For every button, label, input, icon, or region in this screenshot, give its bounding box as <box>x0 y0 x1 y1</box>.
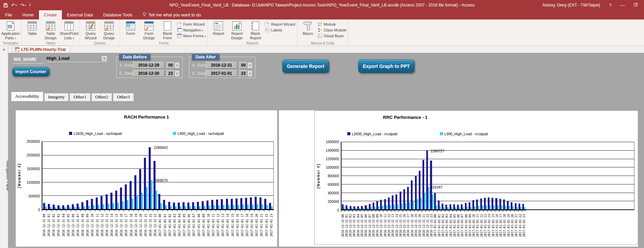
ribbon-tab-external-data[interactable]: External Data <box>62 10 98 19</box>
tell-me-box[interactable]: Tell me what you want to do <box>138 10 206 19</box>
date-before-end-field[interactable]: 2016-12-30 <box>133 70 164 77</box>
subtab-integrety[interactable]: Integrety <box>44 93 69 101</box>
bar-group <box>71 141 76 209</box>
chart-legend: L2600_High_Load - rrcstpattL900_High_Loa… <box>315 131 638 136</box>
ribbon-button-table[interactable]: Table <box>23 20 41 36</box>
ribbon-button-navigation[interactable]: Navigation ▾ <box>177 28 206 32</box>
date-after-group: Date After S_Date 2016-12-31 00 ▾ E_Date… <box>189 57 255 78</box>
navigation-pane-collapsed[interactable]: » Navigation Pane <box>0 46 8 248</box>
date-before-end-hour-combobox[interactable]: 23 ▾ <box>166 70 180 77</box>
subtab-other1[interactable]: Other1 <box>69 93 91 101</box>
undo-icon[interactable]: ↶▾ <box>11 3 17 8</box>
date-after-start-field[interactable]: 2016-12-31 <box>206 62 237 69</box>
bar-group <box>422 142 426 209</box>
ribbon-button-blank-report[interactable]: Blank Report <box>246 20 264 40</box>
bar-group <box>522 142 526 209</box>
date-before-start-hour-combobox[interactable]: 00 ▾ <box>166 62 180 69</box>
ribbon-button-application-parts[interactable]: Application Parts ▾ <box>2 20 19 40</box>
bar-group <box>349 142 353 209</box>
ribbon-button-query-design[interactable]: Query Design <box>100 20 118 40</box>
ribbon-group-queries: Query WizardQuery DesignQueries <box>80 19 120 45</box>
ribbon-button-form-wizard[interactable]: Form Wizard <box>177 22 206 27</box>
chevron-down-icon[interactable]: ▾ <box>175 62 180 69</box>
ribbon-tab-home[interactable]: Home <box>17 10 39 19</box>
bar-group <box>100 141 105 209</box>
ribbon-button-more-forms[interactable]: More Forms ▾ <box>177 33 206 38</box>
y-axis-ticks: 05000001000000150000020000002500000 <box>23 141 42 210</box>
redo-icon[interactable]: ↷▾ <box>20 3 26 8</box>
ribbon-button-macro[interactable]: Macro <box>299 20 317 36</box>
bar-group <box>269 141 273 209</box>
bar-group <box>259 141 264 209</box>
bar-group <box>403 142 407 209</box>
chevron-down-icon[interactable]: ▾ <box>101 55 107 61</box>
subtab-accessibility[interactable]: Accessibility <box>11 92 43 101</box>
ribbon-button-blank-form[interactable]: Blank Form <box>159 20 176 40</box>
legend-swatch <box>69 132 72 135</box>
ribbon-button-module[interactable]: Module <box>318 22 347 27</box>
bar-group <box>391 142 395 209</box>
generate-report-button[interactable]: Generate Report <box>282 59 329 73</box>
access-window: ↶▾ ↷▾ ▾ NPO_YearEvent_Final_Ver8_LB : Da… <box>0 0 644 248</box>
ws-name-combobox[interactable]: High_Load ▾ <box>46 55 107 62</box>
bar-group <box>225 141 230 209</box>
date-before-start-field[interactable]: 2016-12-29 <box>133 62 164 69</box>
bar-group <box>163 141 167 209</box>
bar-group <box>153 141 158 209</box>
chevron-down-icon[interactable]: ▾ <box>175 70 180 77</box>
date-after-end-hour-combobox[interactable]: 23 ▾ <box>239 70 253 77</box>
import-counter-button[interactable]: Import Counter <box>12 67 49 76</box>
bar-group <box>81 141 86 209</box>
chevron-down-icon[interactable]: ▾ <box>247 70 253 77</box>
ribbon-button-class-module[interactable]: Class Module <box>318 28 347 32</box>
qat-customize-icon[interactable]: ▾ <box>29 3 31 7</box>
restore-icon[interactable] <box>634 3 638 8</box>
bar-group <box>244 141 249 209</box>
legend-swatch <box>440 132 443 135</box>
save-icon[interactable] <box>3 3 8 8</box>
ribbon-button-sharepoint-lists[interactable]: SharePoint Lists ▾ <box>60 20 78 40</box>
bar-group <box>457 142 460 209</box>
bar-group <box>216 141 220 209</box>
ribbon-button-visual-basic[interactable]: Visual Basic <box>318 33 347 38</box>
document-tab[interactable]: LTE-PLMN-Hourly-Trial <box>12 46 70 53</box>
ribbon-button-report[interactable]: Report <box>210 20 227 36</box>
ribbon-button-query-wizard[interactable]: Query Wizard <box>82 20 99 40</box>
plot-area: 1390727531047 <box>341 142 634 210</box>
export-graph-to-ppt-button[interactable]: Export Graph to PPT <box>358 59 414 73</box>
ribbon-button-table-design[interactable]: Table Design <box>42 20 59 40</box>
bar-group <box>414 142 418 209</box>
wizard-icon <box>265 22 270 27</box>
subtab-other3[interactable]: Other3 <box>113 93 134 101</box>
bar-group <box>115 141 119 209</box>
minimize-icon[interactable]: — <box>620 3 625 8</box>
bar-group <box>144 141 148 209</box>
ribbon-tab-file[interactable]: File <box>0 10 17 19</box>
bar-group <box>460 142 464 209</box>
date-after-start-hour-combobox[interactable]: 00 ▾ <box>239 62 253 69</box>
ribbon-button-labels[interactable]: Labels <box>265 28 295 32</box>
ribbon-button-report-wizard[interactable]: Report Wizard <box>265 22 295 27</box>
bar-group <box>368 142 372 209</box>
legend-swatch <box>347 132 350 135</box>
ribbon-tab-database-tools[interactable]: Database Tools <box>98 10 138 19</box>
ribbon-button-form[interactable]: Form <box>122 20 139 36</box>
table-design-icon <box>46 21 55 31</box>
ribbon-button-form-design[interactable]: Form Design <box>140 20 158 40</box>
bar-group <box>364 142 368 209</box>
subtab-other2[interactable]: Other2 <box>91 93 112 101</box>
ribbon-tab-create[interactable]: Create <box>39 10 62 19</box>
bar-group <box>376 142 380 209</box>
help-icon[interactable]: ? <box>609 3 612 8</box>
rrc-chart-panel: RRC Performance - 1L2600_High_Load - rrc… <box>279 110 639 247</box>
date-after-end-field[interactable]: 2017-01-01 <box>206 70 237 77</box>
ribbon-button-report-design[interactable]: Report Design <box>228 20 246 40</box>
data-label: 2286942 <box>154 146 168 150</box>
form-design-icon <box>144 21 154 31</box>
x-axis-labels: 2016-12-31 002016-12-31 012016-12-31 022… <box>42 210 274 239</box>
expand-nav-icon[interactable]: » <box>0 46 8 52</box>
y-axis-ticks: 0200000400000600000800000100000012000001… <box>322 142 341 210</box>
chevron-down-icon[interactable]: ▾ <box>247 62 253 69</box>
bar-group <box>124 141 129 209</box>
navigation-icon <box>177 28 182 32</box>
